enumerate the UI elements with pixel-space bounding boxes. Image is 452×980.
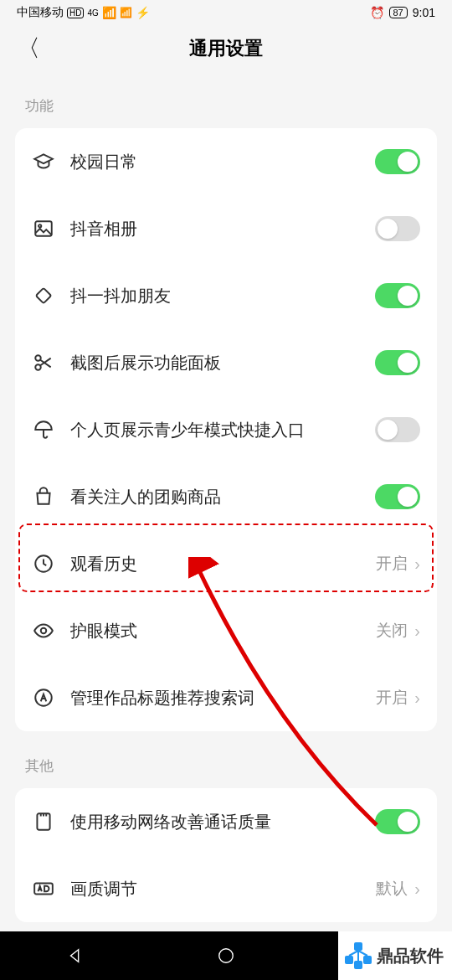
- scissors-icon: [32, 351, 55, 374]
- row-album[interactable]: 抖音相册: [32, 195, 420, 262]
- battery-level: 87: [389, 7, 408, 18]
- other-card: 使用移动网络改善通话质量 画质调节 默认 ›: [15, 788, 437, 922]
- alarm-icon: ⏰: [370, 6, 384, 19]
- svg-point-6: [41, 628, 47, 634]
- status-bar: 中国移动 HD 4G 📶 📶 ⚡ ⏰ 87 9:01: [0, 0, 452, 25]
- image-icon: [32, 217, 55, 240]
- row-screenshot[interactable]: 截图后展示功能面板: [32, 329, 420, 396]
- graduation-icon: [32, 150, 55, 173]
- page-title: 通用设置: [0, 36, 452, 61]
- row-value: 开启: [376, 687, 408, 709]
- row-label: 护眼模式: [70, 620, 376, 642]
- row-label: 校园日常: [70, 151, 375, 173]
- svg-rect-9: [34, 884, 53, 895]
- chevron-right-icon: ›: [414, 554, 420, 574]
- row-label: 个人页展示青少年模式快捷入口: [70, 419, 375, 441]
- row-label: 观看历史: [70, 553, 376, 575]
- section-functions: 功能: [0, 71, 452, 128]
- sim-icon: [32, 810, 55, 833]
- svg-rect-12: [354, 942, 362, 951]
- row-group[interactable]: 看关注人的团购商品: [32, 463, 420, 530]
- ad-icon: [32, 877, 55, 900]
- svg-point-10: [219, 949, 234, 963]
- logo-icon: [343, 941, 373, 971]
- row-value: 开启: [376, 553, 408, 575]
- row-eye[interactable]: 护眼模式 关闭 ›: [32, 597, 420, 664]
- carrier-label: 中国移动: [17, 5, 64, 20]
- toggle-album[interactable]: [375, 216, 420, 241]
- row-mobile[interactable]: 使用移动网络改善通话质量: [32, 788, 420, 855]
- extra-icon: ⚡: [136, 6, 150, 19]
- row-label: 管理作品标题推荐搜索词: [70, 687, 376, 709]
- svg-rect-15: [354, 961, 362, 969]
- hd-badge: HD: [67, 8, 84, 18]
- eye-icon: [32, 619, 55, 642]
- row-campus[interactable]: 校园日常: [32, 128, 420, 195]
- svg-point-4: [35, 364, 41, 370]
- svg-point-1: [39, 224, 41, 227]
- row-label: 截图后展示功能面板: [70, 352, 375, 374]
- letter-a-icon: [32, 686, 55, 709]
- svg-rect-0: [35, 221, 52, 235]
- section-other: 其他: [0, 731, 452, 788]
- row-quality[interactable]: 画质调节 默认 ›: [32, 855, 420, 922]
- shake-icon: [32, 284, 55, 307]
- row-manage[interactable]: 管理作品标题推荐搜索词 开启 ›: [32, 664, 420, 731]
- nav-back-icon[interactable]: [66, 946, 85, 965]
- chevron-right-icon: ›: [414, 689, 420, 708]
- svg-point-3: [35, 355, 41, 361]
- row-label: 使用移动网络改善通话质量: [70, 811, 375, 833]
- row-label: 看关注人的团购商品: [70, 486, 375, 508]
- row-value: 默认: [376, 878, 408, 900]
- row-label: 画质调节: [70, 878, 376, 900]
- toggle-mobile[interactable]: [375, 809, 420, 834]
- bag-icon: [32, 485, 55, 508]
- watermark-logo: 鼎品软件: [338, 931, 452, 980]
- svg-rect-2: [36, 288, 51, 303]
- toggle-campus[interactable]: [375, 149, 420, 174]
- toggle-shake[interactable]: [375, 283, 420, 308]
- back-button[interactable]: 〈: [17, 33, 40, 64]
- row-label: 抖一抖加朋友: [70, 285, 375, 307]
- nav-bar: 〈 通用设置: [0, 25, 452, 71]
- svg-rect-14: [363, 956, 372, 964]
- svg-rect-13: [345, 956, 353, 964]
- wifi-icon: 📶: [120, 7, 132, 18]
- clock-icon: [32, 552, 55, 575]
- toggle-group[interactable]: [375, 484, 420, 509]
- time-label: 9:01: [413, 6, 435, 19]
- network-label: 4G: [87, 8, 98, 18]
- row-history[interactable]: 观看历史 开启 ›: [32, 530, 420, 597]
- row-label: 抖音相册: [70, 218, 375, 240]
- chevron-right-icon: ›: [414, 879, 420, 899]
- functions-card: 校园日常 抖音相册 抖一抖加朋友 截图后展示功能面板 个人页展示青少年模式快捷入…: [15, 128, 437, 731]
- signal-icon: 📶: [102, 6, 116, 19]
- umbrella-icon: [32, 418, 55, 441]
- toggle-screenshot[interactable]: [375, 350, 420, 375]
- nav-home-icon[interactable]: [217, 946, 235, 965]
- row-shake[interactable]: 抖一抖加朋友: [32, 262, 420, 329]
- logo-text: 鼎品软件: [377, 945, 444, 967]
- row-value: 关闭: [376, 620, 408, 642]
- row-teen[interactable]: 个人页展示青少年模式快捷入口: [32, 396, 420, 463]
- toggle-teen[interactable]: [375, 417, 420, 442]
- chevron-right-icon: ›: [414, 622, 420, 641]
